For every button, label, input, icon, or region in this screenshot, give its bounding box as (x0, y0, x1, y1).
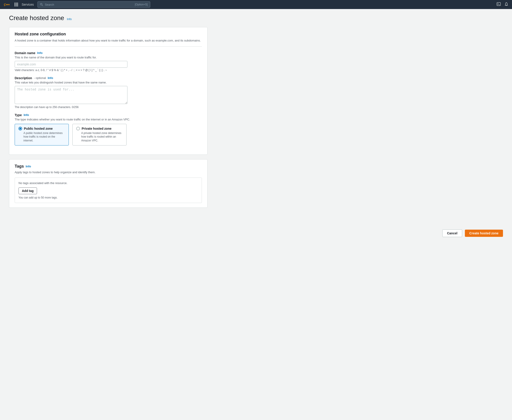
domain-name-input[interactable] (15, 61, 127, 68)
svg-line-2 (42, 5, 43, 6)
domain-name-label: Domain name Info (15, 51, 202, 55)
config-card-description: A hosted zone is a container that holds … (15, 38, 202, 43)
svg-point-1 (40, 3, 42, 5)
hosted-zone-config-card: Hosted zone configuration A hosted zone … (9, 27, 208, 155)
services-label: Services (22, 3, 34, 6)
domain-name-info-link[interactable]: Info (37, 51, 43, 55)
search-hint: [Option+S] (135, 3, 148, 6)
type-options: Public hosted zone A public hosted zone … (15, 124, 202, 145)
public-option-description: A public hosted zone determines how traf… (18, 131, 65, 142)
svg-text:aws: aws (6, 3, 10, 6)
private-option-description: A private hosted zone determines how tra… (76, 131, 123, 142)
no-tags-text: No tags associated with the resource. (18, 181, 198, 185)
domain-name-description: This is the name of the domain that you … (15, 56, 202, 59)
bell-icon[interactable] (504, 2, 508, 7)
private-hosted-zone-option[interactable]: Private hosted zone A private hosted zon… (72, 124, 126, 145)
public-option-header: Public hosted zone (18, 127, 65, 130)
description-textarea[interactable] (15, 86, 127, 104)
description-label-text: Description (15, 76, 32, 80)
nav-icons (497, 2, 508, 7)
tags-info-link[interactable]: Info (26, 165, 31, 168)
type-field: Type Info The type indicates whether you… (15, 113, 202, 145)
type-label: Type Info (15, 113, 202, 117)
tags-title: Tags (15, 164, 24, 169)
tags-inner: No tags associated with the resource. Ad… (15, 178, 202, 203)
tags-limit-text: You can add up to 50 more tags. (18, 196, 198, 199)
search-input[interactable] (45, 3, 133, 6)
grid-menu-icon[interactable] (15, 3, 18, 6)
tags-description: Apply tags to hosted zones to help organ… (15, 171, 202, 174)
description-field-desc: This value lets you distinguish hosted z… (15, 81, 202, 84)
private-option-label: Private hosted zone (82, 127, 111, 130)
public-hosted-zone-option[interactable]: Public hosted zone A public hosted zone … (15, 124, 69, 145)
add-tag-button[interactable]: Add tag (18, 188, 37, 194)
type-label-text: Type (15, 113, 22, 117)
public-option-label: Public hosted zone (24, 127, 53, 130)
page-header: Create hosted zone Info (9, 15, 208, 22)
terminal-icon[interactable] (497, 2, 501, 7)
domain-name-label-text: Domain name (15, 51, 35, 55)
domain-name-section: Domain name Info This is the name of the… (15, 46, 202, 145)
search-icon (40, 3, 43, 6)
optional-label: - optional (34, 76, 46, 80)
domain-name-field: Domain name Info This is the name of the… (15, 51, 202, 72)
description-label: Description - optional Info (15, 76, 202, 80)
top-navigation: aws Services [Option+S] (0, 0, 512, 9)
tags-card: Tags Info Apply tags to hosted zones to … (9, 159, 208, 208)
config-card-title: Hosted zone configuration (15, 32, 202, 37)
description-field: Description - optional Info This value l… (15, 76, 202, 109)
aws-logo[interactable]: aws (4, 2, 11, 7)
search-bar[interactable]: [Option+S] (37, 1, 150, 8)
description-char-limit: The description can have up to 256 chara… (15, 105, 202, 109)
create-hosted-zone-button[interactable]: Create hosted zone (465, 230, 503, 237)
services-menu[interactable]: Services (22, 3, 34, 6)
type-description: The type indicates whether you want to r… (15, 118, 202, 121)
type-info-link[interactable]: Info (24, 113, 29, 117)
tags-header: Tags Info (15, 164, 202, 169)
page-title: Create hosted zone (9, 15, 64, 22)
footer-actions: Cancel Create hosted zone (0, 226, 512, 241)
page-info-link[interactable]: Info (67, 17, 72, 21)
private-radio[interactable] (76, 127, 80, 130)
public-radio[interactable] (18, 127, 22, 130)
private-option-header: Private hosted zone (76, 127, 123, 130)
domain-name-valid-chars: Valid characters: a-z, 0-9, ! " # $ % & … (15, 68, 202, 72)
cancel-button[interactable]: Cancel (442, 229, 462, 237)
description-info-link[interactable]: Info (48, 76, 53, 80)
